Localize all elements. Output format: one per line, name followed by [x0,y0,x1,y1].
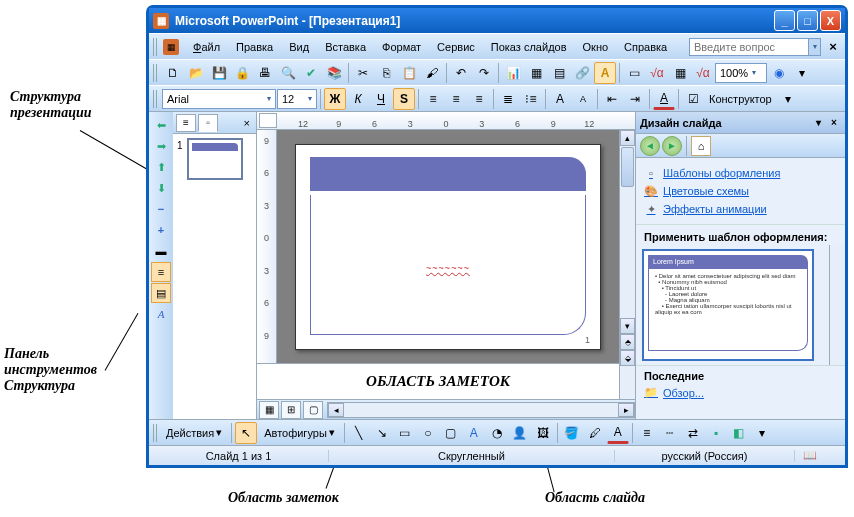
spellcheck-status-icon[interactable]: 📖 [795,449,825,462]
horizontal-ruler[interactable]: 12 9 6 3 0 3 6 9 12 [257,112,635,130]
chart-icon[interactable]: 📊 [502,62,524,84]
cut-icon[interactable]: ✂ [352,62,374,84]
shadow-button[interactable]: S [393,88,415,110]
align-center-icon[interactable]: ≡ [445,88,467,110]
design-icon[interactable]: ☑ [682,88,704,110]
browse-link[interactable]: 📁Обзор... [636,384,845,405]
slide-thumbnail[interactable]: 1 [177,138,252,180]
scroll-down-button[interactable]: ▾ [620,318,635,334]
collapse-icon[interactable]: − [151,199,171,219]
font-combo[interactable]: Arial▾ [162,89,276,109]
vertical-scrollbar[interactable]: ▴ ▾ ⬘ ⬙ [619,130,635,363]
dash-style-icon[interactable]: ┄ [659,422,681,444]
scroll-left-button[interactable]: ◂ [328,403,344,417]
powerpoint-icon[interactable]: ▦ [163,39,179,55]
move-up-icon[interactable]: ⬆ [151,157,171,177]
fontsize-combo[interactable]: 12▾ [277,89,317,109]
select-objects-icon[interactable]: ↖ [235,422,257,444]
format-painter-icon[interactable]: 🖌 [421,62,443,84]
scroll-thumb[interactable] [621,147,634,187]
normal-view-button[interactable]: ▦ [259,401,279,419]
help-icon[interactable]: ◉ [768,62,790,84]
toolbar-grip[interactable] [153,38,159,56]
equation2-icon[interactable]: √α [692,62,714,84]
increase-font-icon[interactable]: A [549,88,571,110]
expand-icon[interactable]: A [594,62,616,84]
tables-borders-icon[interactable]: ▤ [548,62,570,84]
hyperlink-icon[interactable]: 🔗 [571,62,593,84]
decrease-font-icon[interactable]: A [572,88,594,110]
wordart-icon[interactable]: A [463,422,485,444]
show-formatting-icon[interactable]: A [151,304,171,324]
menu-edit[interactable]: Правка [228,38,281,56]
taskpane-close-button[interactable]: × [827,116,841,130]
slide-area[interactable]: ~~~~~~~ 1 [277,130,619,363]
save-icon[interactable]: 💾 [208,62,230,84]
rectangle-icon[interactable]: ▭ [394,422,416,444]
slide-canvas[interactable]: ~~~~~~~ 1 [295,144,601,350]
align-left-icon[interactable]: ≡ [422,88,444,110]
3d-style-icon[interactable]: ◧ [728,422,750,444]
font-color-icon[interactable]: A [607,422,629,444]
menu-file[interactable]: Файл [185,38,228,56]
line-style-icon[interactable]: ≡ [636,422,658,444]
back-button[interactable]: ◄ [640,136,660,156]
move-down-icon[interactable]: ⬇ [151,178,171,198]
tab-selector[interactable] [259,113,277,128]
menu-slideshow[interactable]: Показ слайдов [483,38,575,56]
toolbar-grip[interactable] [153,90,159,108]
template-thumbnail[interactable]: Lorem Ipsum • Delor sit amet consectetue… [642,249,814,361]
expand-icon[interactable]: + [151,220,171,240]
toolbar-options-icon[interactable]: ▾ [777,88,799,110]
copy-icon[interactable]: ⎘ [375,62,397,84]
animation-link[interactable]: ✦Эффекты анимации [644,200,837,218]
increase-indent-icon[interactable]: ⇥ [624,88,646,110]
toolbar-options-icon[interactable]: ▾ [791,62,813,84]
clipart-icon[interactable]: 👤 [509,422,531,444]
pane-close-button[interactable]: × [241,117,253,129]
grid-icon[interactable]: ▦ [669,62,691,84]
close-button[interactable]: X [820,10,841,31]
spellcheck-icon[interactable]: ✔ [300,62,322,84]
numbering-icon[interactable]: ≣ [497,88,519,110]
slide-text-placeholder[interactable]: ~~~~~~~ [426,263,470,273]
menu-format[interactable]: Формат [374,38,429,56]
undo-icon[interactable]: ↶ [450,62,472,84]
sorter-view-button[interactable]: ⊞ [281,401,301,419]
slides-tab[interactable]: ▫ [198,114,218,132]
toolbar-grip[interactable] [153,424,159,442]
help-search-input[interactable] [689,38,809,56]
decrease-indent-icon[interactable]: ⇤ [601,88,623,110]
promote-icon[interactable]: ⬅ [151,115,171,135]
paste-icon[interactable]: 📋 [398,62,420,84]
home-button[interactable]: ⌂ [691,136,711,156]
shadow-style-icon[interactable]: ▪ [705,422,727,444]
redo-icon[interactable]: ↷ [473,62,495,84]
diagram-icon[interactable]: ◔ [486,422,508,444]
zoom-combo[interactable]: 100%▾ [715,63,767,83]
print-icon[interactable]: 🖶 [254,62,276,84]
menu-window[interactable]: Окно [575,38,617,56]
picture-icon[interactable]: 🖼 [532,422,554,444]
menu-tools[interactable]: Сервис [429,38,483,56]
vertical-ruler[interactable]: 9 6 3 0 3 6 9 [257,130,277,363]
arrow-style-icon[interactable]: ⇄ [682,422,704,444]
font-color-icon[interactable]: A [653,88,675,110]
maximize-button[interactable]: □ [797,10,818,31]
bullets-icon[interactable]: ⁝≡ [520,88,542,110]
italic-button[interactable]: К [347,88,369,110]
designer-button[interactable]: Конструктор [705,93,776,105]
toolbar-grip[interactable] [153,64,159,82]
templates-link[interactable]: ▫Шаблоны оформления [644,164,837,182]
forward-button[interactable]: ► [662,136,682,156]
menu-view[interactable]: Вид [281,38,317,56]
table-icon[interactable]: ▦ [525,62,547,84]
titlebar[interactable]: ▦ Microsoft PowerPoint - [Презентация1] … [149,8,845,33]
scroll-right-button[interactable]: ▸ [618,403,634,417]
open-icon[interactable]: 📂 [185,62,207,84]
research-icon[interactable]: 📚 [323,62,345,84]
outline-tab[interactable]: ≡ [176,114,196,132]
notes-scrollbar[interactable] [619,364,635,399]
notes-textarea[interactable]: ОБЛАСТЬ ЗАМЕТОК [257,364,619,399]
demote-icon[interactable]: ➡ [151,136,171,156]
